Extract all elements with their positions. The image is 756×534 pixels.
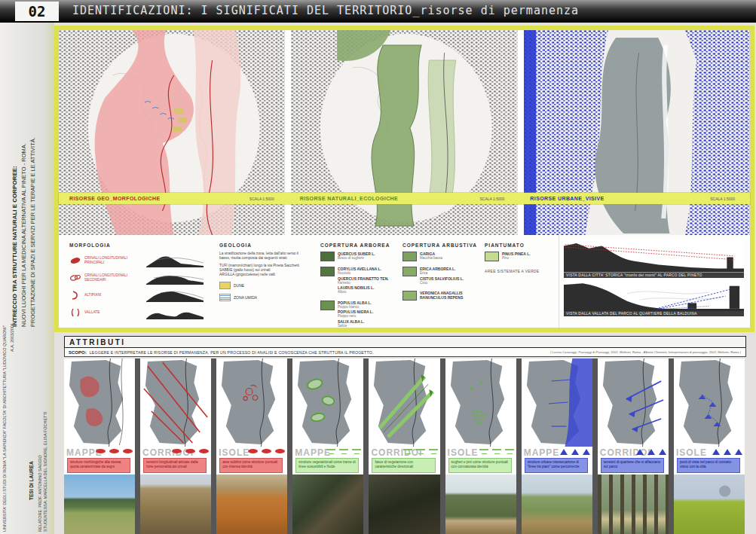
tile-svg (140, 359, 211, 447)
maps-panel: RISORSE GEO_MORFOLOGICHE SCALA 1:5000 RI… (54, 26, 754, 332)
zona-umida-swatch-icon (219, 294, 231, 301)
map-eco-label-cell: RISORSE NATURALI_ECOLOGICHE SCALA 1:5000 (289, 193, 520, 204)
green-dash-icons (326, 449, 361, 454)
vista-2-section-svg (564, 281, 744, 311)
vista-1-section-svg (564, 240, 744, 273)
geologia-strata: TUFI (marroni/chiari) lungo la via Pinet… (219, 264, 308, 277)
attributes-strip: MAPPE strutture morfologiche alla stessa… (64, 359, 745, 534)
thesis-title-block: INTRECCIO TRA STRUTTURE NATURALI E CORPO… (11, 137, 38, 327)
map-geo-label: RISORSE GEO_MORFOLOGICHE (59, 196, 160, 201)
arborea-group: CORYLUS AVELLANA L. Nocciolo QUERCUS FRA… (320, 267, 399, 295)
arbustiva-swatch-icon (402, 291, 417, 301)
triangle-icon (724, 449, 731, 455)
thesis-subtitle-1: NUOVI LUOGHI PER LA MEDICINA ALTERNATIVA… (20, 137, 29, 327)
tile-map-green-isole (445, 359, 516, 447)
blue-triangle-icons (560, 449, 590, 455)
viste-panel: VISTA DALLA CITTA' STORICA "trionfo dei … (559, 235, 750, 328)
triangle-icon (647, 449, 655, 455)
ellipse-icon (185, 449, 195, 453)
photo-grassland-trees (64, 474, 135, 534)
tile-labelrow: ISOLE sugheri e pini come strutture punt… (445, 447, 516, 474)
photo-pine-alley (598, 474, 669, 534)
attribute-column: MAPPE strutture vegetazionali come trame… (292, 359, 363, 534)
attributi-title: ATTRIBUTI (65, 338, 126, 346)
tile-label: MAPPE (295, 447, 331, 458)
attribute-column: CORRIDOI tensioni di quartiere che si af… (598, 359, 669, 534)
header-bar: 02 IDENTIFICAZIONI: I SIGNIFICATI DEL TE… (0, 0, 756, 23)
triangle-icon (583, 449, 590, 455)
arbustiva-group: ERICA ARBOREA L. Erica CISTUS SALVIFOLIU… (402, 267, 482, 285)
tile-svg (445, 359, 516, 447)
thesis-subtitle-2: PROGETTAZIONE DI SPAZI E SERVIZI PER LE … (29, 137, 38, 327)
legend-piantumato: PIANTUMATO PINUS PINEA L. Pino AREE SIST… (482, 235, 559, 328)
attribute-column: ISOLE punti di vista nel parco di contat… (674, 359, 745, 534)
morfologia-item: ALTIPIANI (69, 286, 216, 304)
blue-triangle-icons (636, 449, 666, 455)
tile-description: tensioni longitudinali attivate dalla fo… (143, 458, 207, 473)
triangle-icon (571, 449, 579, 455)
tile-description: fasce di vegetazione con caratteristiche… (372, 458, 435, 473)
tile-description: punti di vista nel parco di contatto vis… (677, 458, 740, 473)
attribute-column: ISOLE aree sublimi come strutture puntua… (216, 359, 287, 534)
arborea-swatch-icon (320, 252, 335, 261)
map-urb-label-cell: RISORSE URBANE_VISIVE SCALA 1:5000 (519, 193, 750, 204)
board-title: IDENTIFICAZIONI: I SIGNIFICATI DEL TERRI… (72, 4, 579, 17)
tile-svg (369, 359, 439, 447)
relatore-label: RELATORE: PROF. ANTONINO SAGGIO (38, 412, 43, 532)
thesis-type-label: TESI DI LAUREA (29, 461, 34, 500)
tile-labelrow: ISOLE aree sublimi come strutture puntua… (216, 447, 287, 474)
vista-citta-storica: VISTA DALLA CITTA' STORICA "trionfo dei … (564, 240, 744, 278)
profile-altipiani (146, 288, 204, 303)
scopo-label: SCOPO: (65, 350, 87, 355)
photo-dark-tree (369, 474, 439, 534)
photo-valley-landscape (522, 474, 592, 534)
ellipse-icon (275, 449, 285, 453)
attribute-column: ISOLE sugheri e pini come strutture punt… (445, 359, 516, 534)
tile-svg (674, 359, 745, 447)
bibliography-citation: ( Lucina Caravaggi, Paesaggi di Paesaggi… (550, 350, 741, 354)
ellipse-icon (109, 449, 119, 453)
legend-geologia-title: GEOLOGIA (219, 243, 316, 248)
dash-icon (339, 449, 348, 454)
vista-1-caption: VISTA DALLA CITTA' STORICA "trionfo dei … (564, 273, 744, 278)
tile-map-red-mappe (64, 359, 135, 447)
piantumato-group: PINUS PINEA L. Pino (485, 252, 559, 261)
scopo-row: SCOPO: LEGGERE E INTERPRETARE LE RISORSE… (64, 348, 746, 357)
dash-icon (326, 449, 335, 454)
tile-map-blue-mappe (522, 359, 592, 447)
tile-map-red-isole (216, 359, 287, 447)
dash-icon (492, 449, 501, 454)
tile-svg (522, 359, 592, 447)
red-ellipse-icons (172, 449, 209, 453)
studentessa-label: STUDENTESSA: MARCELLA DEL SIGNORE, ELISA… (43, 412, 48, 532)
attribute-column: MAPPE strutture morfologiche alla stessa… (64, 359, 135, 534)
tile-description: tensioni di quartiere che si affacciano … (601, 458, 664, 473)
dash-icon (505, 449, 514, 454)
photo-meadow-st-peters-dome (674, 474, 745, 534)
arbustiva-swatch-icon (402, 252, 417, 261)
arborea-swatch-icon (320, 267, 335, 276)
map-geo-svg (59, 30, 285, 235)
crinali-principali-icon (69, 255, 81, 266)
morfologia-item: CRINALI LONGITUDINALI SECONDARI (69, 269, 216, 286)
red-ellipse-icons (96, 449, 133, 453)
tile-description: strutture morfologiche alla stessa quota… (67, 458, 130, 473)
altipiani-icon (69, 290, 81, 301)
ellipse-icon (123, 449, 133, 453)
arborea-swatch-icon (320, 301, 335, 310)
crinali-secondari-icon (69, 273, 81, 283)
tile-description: aree sublimi come strutture puntuali con… (219, 458, 283, 473)
tile-labelrow: MAPPE strutture urbane intersecazione di… (522, 447, 592, 474)
tile-label: ISOLE (448, 447, 479, 458)
photo-olive-tree (445, 474, 516, 534)
legend-geologia: GEOLOGIA La stratificazione della zona, … (216, 235, 316, 328)
triangle-icon (712, 449, 720, 455)
triangle-icon (560, 449, 568, 455)
scopo-text: LEGGERE E INTERPRETARE LE RISORSE DI PER… (90, 350, 374, 355)
triangle-icon (659, 449, 666, 455)
ellipse-icon (262, 449, 271, 453)
tile-labelrow: MAPPE strutture morfologiche alla stessa… (64, 447, 135, 474)
dash-icon (429, 449, 438, 454)
photo-tuff-rocks (140, 474, 211, 534)
map-eco-label: RISORSE NATURALI_ECOLOGICHE (289, 196, 398, 201)
